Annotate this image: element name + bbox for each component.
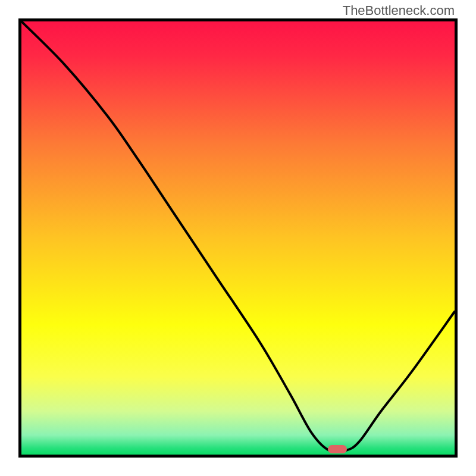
plot-area <box>18 18 458 458</box>
chart-container: TheBottleneck.com <box>0 0 476 476</box>
optimal-marker <box>328 445 347 453</box>
watermark-label: TheBottleneck.com <box>343 3 455 18</box>
bottleneck-line <box>21 21 455 455</box>
